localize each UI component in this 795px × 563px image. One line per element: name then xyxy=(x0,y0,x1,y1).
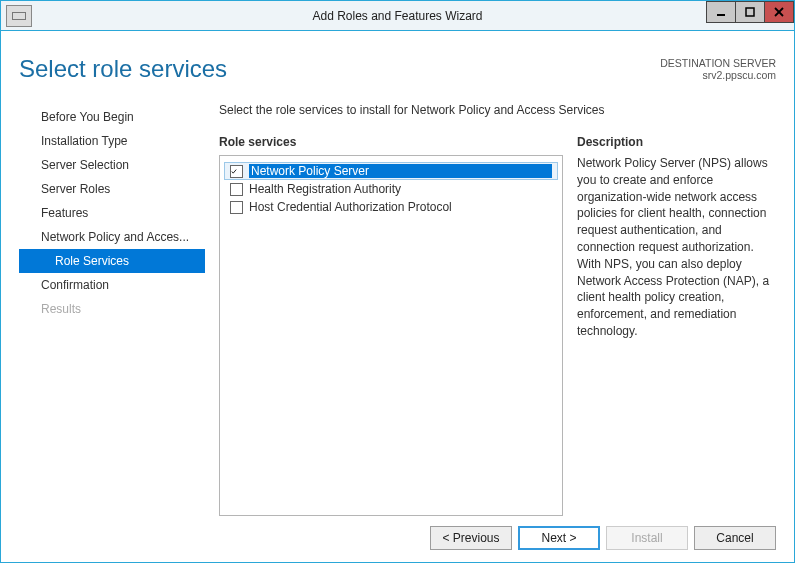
instruction-text: Select the role services to install for … xyxy=(219,103,776,117)
svg-rect-3 xyxy=(746,8,754,16)
next-button[interactable]: Next > xyxy=(518,526,600,550)
header-row: Select role services DESTINATION SERVER … xyxy=(19,55,776,83)
wizard-step[interactable]: Before You Begin xyxy=(19,105,205,129)
role-service-label: Host Credential Authorization Protocol xyxy=(249,200,552,214)
wizard-step[interactable]: Role Services xyxy=(19,249,205,273)
maximize-button[interactable] xyxy=(735,1,765,23)
role-services-listbox[interactable]: Network Policy ServerHealth Registration… xyxy=(219,155,563,516)
checkbox[interactable] xyxy=(230,183,243,196)
role-services-header: Role services xyxy=(219,135,563,149)
wizard-steps-sidebar: Before You BeginInstallation TypeServer … xyxy=(19,103,205,516)
app-icon xyxy=(6,5,32,27)
checkbox[interactable] xyxy=(230,201,243,214)
role-service-label: Health Registration Authority xyxy=(249,182,552,196)
destination-label: DESTINATION SERVER xyxy=(660,57,776,69)
checkbox[interactable] xyxy=(230,165,243,178)
role-service-label: Network Policy Server xyxy=(249,164,552,178)
page-title: Select role services xyxy=(19,55,660,83)
content-columns: Role services Network Policy ServerHealt… xyxy=(219,135,776,516)
minimize-button[interactable] xyxy=(706,1,736,23)
role-service-item[interactable]: Network Policy Server xyxy=(224,162,558,180)
wizard-step[interactable]: Features xyxy=(19,201,205,225)
install-button: Install xyxy=(606,526,688,550)
button-row: < Previous Next > Install Cancel xyxy=(19,516,776,550)
role-service-item[interactable]: Host Credential Authorization Protocol xyxy=(224,198,558,216)
destination-info: DESTINATION SERVER srv2.ppscu.com xyxy=(660,57,776,81)
window-buttons xyxy=(707,1,794,23)
wizard-window: Add Roles and Features Wizard Select rol… xyxy=(0,0,795,563)
role-service-item[interactable]: Health Registration Authority xyxy=(224,180,558,198)
titlebar: Add Roles and Features Wizard xyxy=(1,1,794,31)
wizard-body: Select role services DESTINATION SERVER … xyxy=(1,31,794,562)
svg-rect-1 xyxy=(13,13,25,19)
description-header: Description xyxy=(577,135,776,149)
description-column: Description Network Policy Server (NPS) … xyxy=(577,135,776,516)
description-text: Network Policy Server (NPS) allows you t… xyxy=(577,155,776,340)
previous-button[interactable]: < Previous xyxy=(430,526,512,550)
cancel-button[interactable]: Cancel xyxy=(694,526,776,550)
main-area: Before You BeginInstallation TypeServer … xyxy=(19,103,776,516)
role-services-column: Role services Network Policy ServerHealt… xyxy=(219,135,563,516)
wizard-step: Results xyxy=(19,297,205,321)
close-button[interactable] xyxy=(764,1,794,23)
wizard-step[interactable]: Server Roles xyxy=(19,177,205,201)
destination-server: srv2.ppscu.com xyxy=(660,69,776,81)
wizard-step[interactable]: Network Policy and Acces... xyxy=(19,225,205,249)
wizard-step[interactable]: Confirmation xyxy=(19,273,205,297)
window-title: Add Roles and Features Wizard xyxy=(1,9,794,23)
wizard-step[interactable]: Installation Type xyxy=(19,129,205,153)
content-pane: Select the role services to install for … xyxy=(219,103,776,516)
wizard-step[interactable]: Server Selection xyxy=(19,153,205,177)
